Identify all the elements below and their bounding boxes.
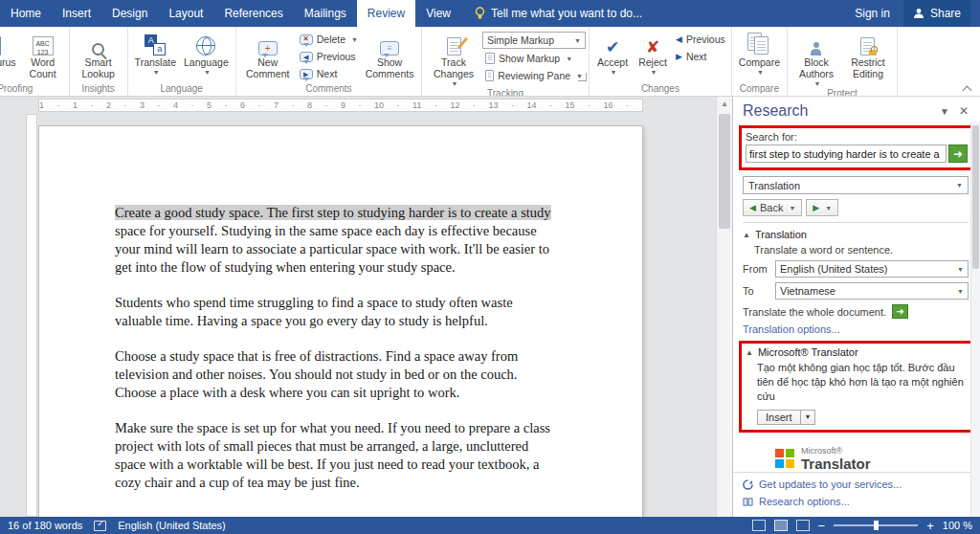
- accept-button[interactable]: ✔ Accept ▼: [592, 28, 633, 82]
- new-comment-button[interactable]: + New Comment: [239, 28, 297, 82]
- read-mode-button[interactable]: [752, 520, 766, 531]
- pane-options-icon[interactable]: ▼: [940, 106, 949, 117]
- insert-button[interactable]: Insert: [757, 410, 801, 425]
- horizontal-ruler[interactable]: 1 · 1 · 2 · 3 · 4 · 5 · 6 · 7 · 8 · 9 · …: [38, 99, 643, 112]
- zoom-slider-thumb[interactable]: [874, 521, 879, 530]
- web-layout-button[interactable]: [796, 520, 810, 531]
- close-icon[interactable]: ✕: [959, 104, 969, 118]
- group-label-changes: Changes: [592, 82, 728, 96]
- pane-scrollbar-thumb[interactable]: [972, 125, 979, 269]
- chevron-down-icon: ▼: [574, 37, 581, 44]
- zoom-level[interactable]: 100 %: [943, 520, 972, 531]
- logo-translator-label: Translator: [801, 456, 871, 472]
- print-layout-button[interactable]: [774, 520, 788, 531]
- translate-document-button[interactable]: ➜: [892, 304, 908, 319]
- tab-references[interactable]: References: [213, 0, 293, 27]
- word-count-status[interactable]: 16 of 180 words: [8, 520, 82, 531]
- zoom-out-icon[interactable]: −: [818, 519, 826, 533]
- collapse-ribbon-button[interactable]: [963, 84, 970, 92]
- insert-dropdown-button[interactable]: ▼: [801, 410, 816, 425]
- vertical-ruler[interactable]: [26, 114, 37, 517]
- translate-whole-document-row: Translate the whole document. ➜: [743, 304, 969, 319]
- share-button[interactable]: Share: [903, 0, 970, 27]
- scroll-up-icon[interactable]: ▲: [717, 97, 732, 108]
- next-change-button[interactable]: ▶ Next: [673, 48, 728, 65]
- compare-button[interactable]: Compare ▼: [735, 28, 784, 82]
- research-options-label: Research options...: [759, 496, 850, 507]
- language-status[interactable]: English (United States): [118, 520, 226, 531]
- translate-button[interactable]: Aa Translate ▼: [131, 28, 180, 82]
- block-authors-button[interactable]: Block Authors ▼: [791, 28, 842, 87]
- language-label: Language: [184, 57, 229, 69]
- get-updates-label: Get updates to your services...: [759, 478, 902, 490]
- book-icon: [743, 497, 753, 507]
- get-updates-link[interactable]: Get updates to your services...: [743, 478, 970, 490]
- zoom-in-icon[interactable]: +: [926, 519, 934, 533]
- show-markup-button[interactable]: Show Markup ▼: [482, 50, 586, 67]
- ribbon-group-comments: + New Comment ✕ Delete ▼ ◀ Previous ▶ Ne…: [236, 27, 422, 96]
- from-language-select[interactable]: English (United States) ▼: [775, 260, 969, 278]
- track-changes-button[interactable]: Track Changes ▼: [425, 28, 482, 87]
- word-count-button[interactable]: ABC123 Word Count: [20, 28, 66, 82]
- group-label-tracking: Tracking: [425, 87, 586, 97]
- reference-source-value: Translation: [748, 180, 800, 191]
- back-arrow-icon: ◀: [749, 203, 756, 212]
- from-row: From English (United States) ▼: [743, 260, 969, 278]
- research-pane-header: Research ▼ ✕: [743, 102, 969, 120]
- translation-options-link[interactable]: Translation options...: [743, 323, 969, 335]
- restrict-editing-label: Restrict Editing: [846, 57, 890, 80]
- tab-review[interactable]: Review: [357, 0, 415, 27]
- delete-comment-button[interactable]: ✕ Delete ▼: [297, 31, 361, 48]
- to-language-select[interactable]: Vietnamese ▼: [775, 282, 969, 300]
- start-search-button[interactable]: ➜: [948, 145, 968, 163]
- reviewing-pane-button[interactable]: Reviewing Pane ▼: [482, 67, 586, 84]
- smart-lookup-label: Smart Lookup: [77, 57, 121, 80]
- accept-label: Accept: [597, 57, 628, 69]
- translator-result-header[interactable]: ▲ Microsoft® Translator: [746, 346, 968, 358]
- thesaurus-button[interactable]: Thesaurus: [0, 28, 20, 82]
- forward-button[interactable]: ▶ ▼: [806, 199, 838, 216]
- translate-hint: Translate a word or sentence.: [754, 244, 969, 256]
- to-row: To Vietnamese ▼: [743, 282, 969, 300]
- proofing-status-icon[interactable]: [94, 521, 106, 531]
- changes-nav-column: ◀ Previous ▶ Next: [673, 28, 728, 82]
- chevron-down-icon: ▼: [452, 80, 458, 88]
- simple-markup-label: Simple Markup: [487, 34, 554, 46]
- scrollbar-thumb[interactable]: [719, 114, 730, 229]
- document-scrollbar[interactable]: ▲: [716, 97, 732, 517]
- collapse-triangle-icon: ▲: [746, 348, 753, 357]
- tab-layout[interactable]: Layout: [158, 0, 213, 27]
- next-comment-button[interactable]: ▶ Next: [297, 65, 361, 82]
- tab-home[interactable]: Home: [0, 0, 52, 27]
- language-button[interactable]: Language ▼: [180, 28, 233, 82]
- tracking-dialog-launcher[interactable]: [578, 73, 587, 81]
- reject-button[interactable]: ✘ Reject ▼: [633, 28, 673, 82]
- translation-section-header[interactable]: ▲ Translation: [743, 229, 969, 240]
- show-comments-button[interactable]: ≡ Show Comments: [361, 28, 418, 82]
- pane-scrollbar[interactable]: [970, 122, 980, 517]
- search-input[interactable]: [746, 145, 947, 163]
- tab-view[interactable]: View: [415, 0, 461, 27]
- reference-source-select[interactable]: Translation ▼: [743, 176, 969, 194]
- display-for-review-select[interactable]: Simple Markup ▼: [482, 32, 586, 49]
- zoom-slider[interactable]: [834, 524, 918, 526]
- research-options-link[interactable]: Research options...: [743, 496, 970, 507]
- paragraph-1: Create a good study space. The first ste…: [115, 204, 562, 277]
- restrict-editing-button[interactable]: Restrict Editing: [842, 28, 894, 87]
- group-label-proofing: Proofing: [0, 82, 66, 96]
- previous-change-button[interactable]: ◀ Previous: [673, 31, 728, 48]
- thesaurus-icon: [0, 36, 1, 56]
- tab-insert[interactable]: Insert: [52, 0, 101, 27]
- previous-comment-button[interactable]: ◀ Previous: [297, 48, 361, 65]
- tab-mailings[interactable]: Mailings: [294, 0, 357, 27]
- smart-lookup-button[interactable]: Smart Lookup: [73, 28, 124, 82]
- microsoft-logo-icon: [775, 449, 794, 468]
- document-page[interactable]: Create a good study space. The first ste…: [38, 125, 643, 517]
- sign-in-link[interactable]: Sign in: [855, 7, 890, 20]
- person-icon: [913, 8, 924, 19]
- group-label-insights: Insights: [73, 82, 124, 96]
- tell-me-box[interactable]: Tell me what you want to do...: [461, 0, 656, 27]
- from-language-value: English (United States): [780, 263, 888, 275]
- back-button[interactable]: ◀ Back ▼: [743, 199, 802, 216]
- tab-design[interactable]: Design: [101, 0, 158, 27]
